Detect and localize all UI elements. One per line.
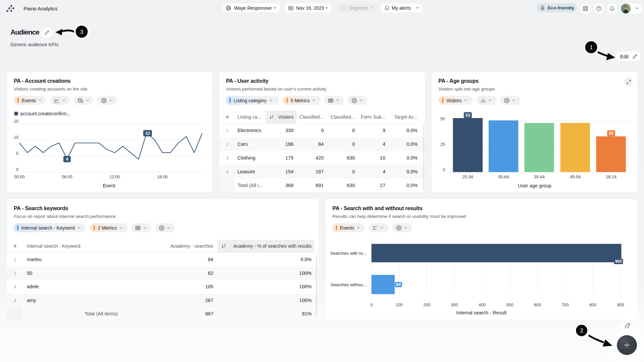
svg-text:55-64: 55-64 <box>498 175 509 179</box>
svg-text:10: 10 <box>14 135 18 140</box>
svg-text:00:00: 00:00 <box>14 175 24 179</box>
svg-text:600: 600 <box>534 303 541 307</box>
svg-text:500: 500 <box>506 303 514 307</box>
svg-text:84: 84 <box>396 282 401 287</box>
svg-text:3: 3 <box>80 29 83 35</box>
svg-text:800: 800 <box>589 303 596 307</box>
svg-text:18:00: 18:00 <box>157 175 168 179</box>
svg-text:45-54: 45-54 <box>570 175 581 179</box>
svg-text:25: 25 <box>440 142 445 147</box>
svg-text:100: 100 <box>396 303 403 307</box>
svg-text:53: 53 <box>466 113 470 118</box>
svg-text:700: 700 <box>562 303 569 307</box>
svg-text:0: 0 <box>370 303 373 307</box>
svg-text:200: 200 <box>423 303 430 307</box>
svg-text:Event: Event <box>103 183 115 188</box>
svg-text:15: 15 <box>14 119 18 124</box>
svg-text:25-34: 25-34 <box>463 175 473 179</box>
svg-text:06:00: 06:00 <box>62 175 72 179</box>
svg-text:Searches with re...: Searches with re... <box>330 251 367 256</box>
svg-text:900: 900 <box>617 303 624 307</box>
svg-text:Searches withou...: Searches withou... <box>331 282 367 287</box>
svg-text:18-24: 18-24 <box>606 175 616 179</box>
svg-text:35-44: 35-44 <box>534 175 545 179</box>
svg-text:Internal search - Result: Internal search - Result <box>456 310 506 315</box>
svg-text:2: 2 <box>580 327 583 334</box>
svg-text:12: 12 <box>145 131 150 136</box>
svg-text:50: 50 <box>440 117 445 121</box>
svg-text:0: 0 <box>443 168 445 172</box>
svg-text:User age group: User age group <box>518 183 551 188</box>
svg-text:903: 903 <box>615 259 622 264</box>
svg-text:35: 35 <box>609 131 613 136</box>
svg-text:1: 1 <box>590 44 593 50</box>
svg-text:0: 0 <box>16 167 18 172</box>
svg-text:4: 4 <box>66 157 68 162</box>
svg-text:account.createconfirm...: account.createconfirm... <box>20 111 70 116</box>
svg-text:5: 5 <box>16 151 18 156</box>
svg-text:400: 400 <box>479 303 486 307</box>
svg-text:300: 300 <box>451 303 458 307</box>
svg-text:12:00: 12:00 <box>109 175 120 179</box>
